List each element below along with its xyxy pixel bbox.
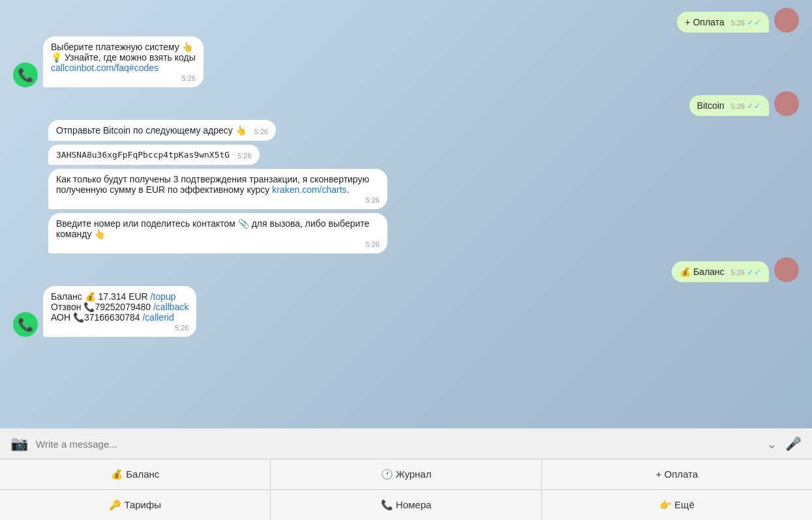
message-row: 💰 Баланс 5:26 ✓✓ [13,257,799,282]
link-topup[interactable]: /topup [151,291,176,302]
message-content: Отправьте Bitcoin по следующему адресу 👆… [56,125,268,136]
callerid-line: АОН 📞37166630784 /callerid [51,312,188,323]
balance-line: Баланс 💰 17.314 EUR /topup [51,291,188,302]
bubble-outgoing: Bitcoin 5:26 ✓✓ [689,95,769,116]
message-row: Bitcoin 5:26 ✓✓ [13,91,799,116]
message-content: 3AHSNA8u36xgFpFqPbccp4tpKas9wnX5tG 5:26 [56,150,252,160]
message-text: + Оплата [685,17,724,27]
message-line: callcoinbot.com/faq#codes [51,63,196,73]
bubble-outgoing: 💰 Баланс 5:26 ✓✓ [672,261,769,282]
timestamp: 5:26 [56,240,380,248]
balance-button[interactable]: 💰 Баланс [0,459,271,489]
message-meta: 5:26 ✓✓ [729,101,761,111]
bubble-incoming-address: 3AHSNA8u36xgFpFqPbccp4tpKas9wnX5tG 5:26 [48,145,260,165]
timestamp: 5:26 [731,19,745,27]
chevron-down-icon[interactable]: ⌄ [766,436,777,452]
bitcoin-address: 3AHSNA8u36xgFpFqPbccp4tpKas9wnX5tG [56,150,230,160]
payment-button[interactable]: + Оплата [542,459,812,489]
message-row: + Оплата 5:26 ✓✓ [13,8,799,33]
timestamp: 5:26 [51,324,188,332]
bot-avatar: 📞 [13,312,38,337]
message-input[interactable] [36,439,759,450]
bubble-incoming: Выберите платежную систему 👆 💡 Узнайте, … [43,36,203,87]
keyboard-row-1: 💰 Баланс 🕐 Журнал + Оплата [0,459,812,490]
message-row: Как только будут получены 3 подтверждени… [13,169,799,209]
link-faq[interactable]: callcoinbot.com/faq#codes [51,63,158,73]
link-callback[interactable]: /callback [153,302,188,312]
message-row: 3AHSNA8u36xgFpFqPbccp4tpKas9wnX5tG 5:26 [13,145,799,165]
bubble-outgoing: + Оплата 5:26 ✓✓ [677,12,769,33]
message-text: Отправьте Bitcoin по следующему адресу 👆 [56,125,247,136]
bubble-incoming-balance: Баланс 💰 17.314 EUR /topup Отзвон 📞79252… [43,286,196,337]
message-text: Как только будут получены 3 подтверждени… [56,174,380,195]
microphone-icon[interactable]: 🎤 [785,436,802,452]
link-callerid[interactable]: /callerid [142,312,173,323]
bubble-incoming: Отправьте Bitcoin по следующему адресу 👆… [48,120,276,141]
chat-area: + Оплата 5:26 ✓✓ 📞 Выберите платежную си… [0,0,812,428]
user-avatar [774,91,799,116]
message-row: 📞 Баланс 💰 17.314 EUR /topup Отзвон 📞792… [13,286,799,337]
message-text: Введите номер или поделитесь контактом 📎… [56,218,380,239]
link-kraken[interactable]: kraken.com/charts [272,184,346,195]
message-meta: 5:26 ✓✓ [729,18,761,27]
message-row: 📞 Выберите платежную систему 👆 💡 Узнайте… [13,36,799,87]
camera-icon[interactable]: 📷 [10,435,28,452]
message-row: Введите номер или поделитесь контактом 📎… [13,213,799,253]
message-meta: 5:26 ✓✓ [729,267,761,277]
message-row: Отправьте Bitcoin по следующему адресу 👆… [13,120,799,141]
timestamp: 5:26 [731,102,745,110]
more-button[interactable]: 👉 Ещё [542,490,812,520]
bubble-incoming: Как только будут получены 3 подтверждени… [48,169,387,209]
check-icon: ✓✓ [747,267,761,277]
input-bar: 📷 ⌄ 🎤 [0,428,812,459]
check-icon: ✓✓ [747,18,761,27]
keyboard-area: 💰 Баланс 🕐 Журнал + Оплата 🔑 Тарифы 📞 Но… [0,459,812,520]
message-line: 💡 Узнайте, где можно взять коды [51,52,196,63]
message-line: Выберите платежную систему 👆 [51,42,196,52]
message-text: 💰 Баланс [680,267,725,277]
message-text: Bitcoin [697,100,725,111]
tariff-button[interactable]: 🔑 Тарифы [0,490,271,520]
bubble-incoming: Введите номер или поделитесь контактом 📎… [48,213,387,253]
check-icon: ✓✓ [747,101,761,111]
timestamp: 5:26 [237,152,251,160]
callback-line: Отзвон 📞79252079480 /callback [51,302,188,312]
numbers-button[interactable]: 📞 Номера [271,490,541,520]
timestamp: 5:26 [56,196,380,204]
timestamp: 5:26 [254,128,268,136]
user-avatar [774,257,799,282]
user-avatar [774,8,799,33]
timestamp: 5:26 [731,268,745,276]
journal-button[interactable]: 🕐 Журнал [271,459,541,489]
keyboard-row-2: 🔑 Тарифы 📞 Номера 👉 Ещё [0,490,812,520]
timestamp: 5:26 [51,74,196,82]
bot-avatar: 📞 [13,63,38,87]
